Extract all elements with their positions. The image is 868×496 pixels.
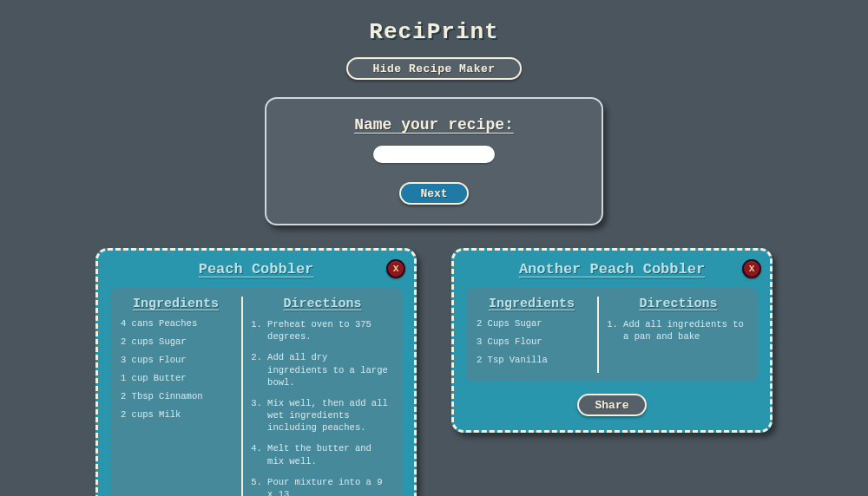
list-item: Mix well, then add all wet ingredients i… (267, 397, 391, 434)
share-button[interactable]: Share (577, 394, 646, 416)
recipe-card-title: Another Peach Cobbler (466, 261, 758, 277)
directions-column: Directions Add all ingredients to a pan … (599, 297, 747, 373)
list-item: 2 Tbsp Cinnamon (121, 391, 231, 401)
recipe-card-footer: Share (466, 394, 758, 416)
recipe-card-title: Peach Cobbler (110, 261, 402, 277)
list-item: 2 cups Sugar (121, 336, 231, 347)
list-item: 3 Cups Flour (477, 336, 587, 347)
directions-heading: Directions (253, 297, 391, 311)
list-item: 4 cans Peaches (121, 318, 231, 329)
list-item: Add all ingredients to a pan and bake (623, 318, 747, 343)
recipe-name-input[interactable] (373, 146, 495, 163)
recipe-name-label: Name your recipe: (284, 116, 584, 134)
list-item: 2 Tsp Vanilla (477, 355, 587, 365)
recipe-maker-panel: Name your recipe: Next (265, 97, 603, 225)
close-icon[interactable]: x (742, 259, 761, 278)
directions-heading: Directions (609, 297, 747, 311)
hide-recipe-maker-button[interactable]: Hide Recipe Maker (346, 57, 521, 80)
list-item: 1 cup Butter (121, 373, 231, 383)
list-item: Pour mixture into a 9 x 13 (267, 476, 391, 496)
recipe-card: x Peach Cobbler Ingredients 4 cans Peach… (95, 248, 417, 496)
ingredients-heading: Ingredients (121, 297, 231, 311)
directions-list: Add all ingredients to a pan and bake (609, 318, 747, 343)
ingredients-column: Ingredients 2 Cups Sugar 3 Cups Flour 2 … (477, 297, 599, 373)
ingredients-column: Ingredients 4 cans Peaches 2 cups Sugar … (121, 297, 243, 496)
recipe-card-body: Ingredients 4 cans Peaches 2 cups Sugar … (110, 288, 402, 496)
ingredients-list: 4 cans Peaches 2 cups Sugar 3 cups Flour… (121, 318, 231, 420)
recipe-cards-row: x Peach Cobbler Ingredients 4 cans Peach… (0, 248, 868, 496)
close-icon[interactable]: x (386, 259, 405, 278)
recipe-card: x Another Peach Cobbler Ingredients 2 Cu… (451, 248, 773, 433)
recipe-card-body: Ingredients 2 Cups Sugar 3 Cups Flour 2 … (466, 288, 758, 382)
ingredients-list: 2 Cups Sugar 3 Cups Flour 2 Tsp Vanilla (477, 318, 587, 365)
ingredients-heading: Ingredients (477, 297, 587, 311)
list-item: 3 cups Flour (121, 355, 231, 365)
app-title: ReciPrint (369, 19, 498, 45)
next-button[interactable]: Next (399, 182, 468, 205)
list-item: Melt the butter and mix well. (267, 442, 391, 467)
list-item: Preheat oven to 375 degrees. (267, 318, 391, 343)
list-item: 2 Cups Sugar (477, 318, 587, 329)
list-item: 2 cups Milk (121, 409, 231, 420)
list-item: Add all dry ingredients to a large bowl. (267, 351, 391, 388)
directions-list: Preheat oven to 375 degrees. Add all dry… (253, 318, 391, 496)
directions-column: Directions Preheat oven to 375 degrees. … (243, 297, 391, 496)
